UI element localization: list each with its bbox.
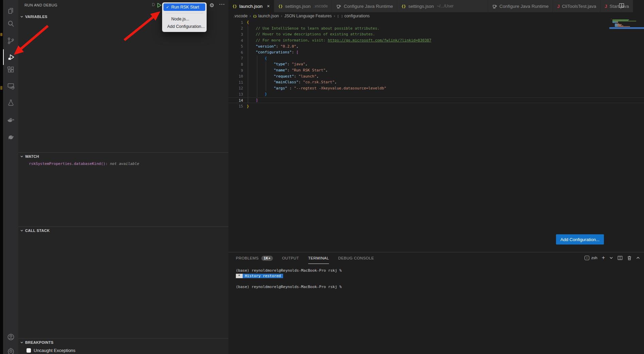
code-line-5[interactable]: 5 "version": "0.2.0", (228, 43, 644, 49)
launch-profile-chevron-down-icon[interactable] (609, 256, 613, 260)
activity-bar-item-docker[interactable] (3, 112, 18, 128)
editor-tab-configure-java-runtime[interactable]: Configure Java Runtime (332, 0, 397, 12)
tab-detail: .vscode (314, 4, 328, 9)
sidebar-title: RUN AND DEBUG (24, 3, 57, 7)
run-and-debug-sidebar: RUN AND DEBUG D ⚙ ⋯ VARIABLES WATCH rskS… (18, 0, 228, 354)
line-content: "name": "Run RSK Start", (247, 68, 328, 72)
accounts-icon (7, 333, 15, 341)
tab-label: settings.json (285, 4, 311, 9)
json-file-icon: {} (232, 4, 237, 9)
java-file-icon: J (605, 4, 607, 9)
panel-tab-problems[interactable]: PROBLEMS1K+ (236, 252, 273, 264)
menu-item-label: Add Configuration... (167, 24, 205, 29)
uncaught-exceptions-checkbox[interactable] (27, 348, 31, 353)
editor-tab-configure-java-runtime[interactable]: Configure Java Runtime (488, 0, 553, 12)
code-line-2[interactable]: 2 // Use IntelliSense to learn about pos… (228, 26, 644, 32)
activity-bar-item-extensions[interactable] (3, 62, 18, 78)
activity-bar-item-accounts[interactable] (3, 329, 18, 345)
editor-tab-clitoolstest-java[interactable]: JCliToolsTest.java (553, 0, 601, 12)
code-line-12[interactable]: 12 "args" : "--regtest -Xkeyvalue.dataso… (228, 85, 644, 91)
editor-tab-launch-json[interactable]: {}launch.json× (228, 0, 274, 12)
breadcrumb: .vscode›{}launch.json›JSON Language Feat… (233, 13, 370, 19)
panel-tab-label: TERMINAL (308, 256, 329, 260)
code-view[interactable]: 1{2 // Use IntelliSense to learn about p… (228, 19, 644, 109)
split-editor-icon[interactable] (619, 3, 624, 10)
panel-tab-label: PROBLEMS (236, 256, 259, 260)
menu-item-add-configuration[interactable]: Add Configuration... (163, 23, 205, 30)
breakpoints-section-header[interactable]: BREAKPOINTS (18, 339, 228, 346)
breakpoint-row: Uncaught Exceptions (27, 348, 228, 353)
line-content: // Use IntelliSense to learn about possi… (247, 26, 380, 31)
code-line-9[interactable]: 9 "name": "Run RSK Start", (228, 67, 644, 73)
editor-tab-settings-json[interactable]: {}settings.json~/.../User (397, 0, 488, 12)
terminal-instance-item[interactable]: > zsh (585, 256, 597, 260)
debug-config-partial-label: D (152, 2, 155, 7)
activity-bar-item-search[interactable] (3, 16, 18, 32)
editor-tab-bar: {}launch.json×{}settings.json.vscodeConf… (228, 0, 644, 12)
activity-bar-item-remote-explorer[interactable] (3, 78, 18, 94)
maximize-panel-chevron-up-icon[interactable] (636, 256, 640, 260)
activity-bar-item-testing[interactable] (3, 95, 18, 111)
code-line-13[interactable]: 13 } (228, 91, 644, 97)
activity-bar (3, 0, 18, 354)
watch-section: WATCH rskSystemProperties.databaseKind()… (18, 152, 228, 166)
code-line-8[interactable]: 8 "type": "java", (228, 61, 644, 67)
terminal-output[interactable]: (base) reynoldmorel@Reynolds-MacBook-Pro… (236, 268, 342, 290)
code-line-15[interactable]: 15} (228, 103, 644, 109)
editor-tab-start-java[interactable]: JStart.java (601, 0, 633, 12)
code-line-4[interactable]: 4 // For more information, visit: https:… (228, 37, 644, 44)
chevron-down-icon (20, 15, 23, 18)
code-line-11[interactable]: 11 "mainClass": "co.rsk.Start", (228, 79, 644, 85)
breadcrumb-item-configurations[interactable]: [ ]configurations (337, 14, 370, 18)
line-content: "configurations": [ (247, 50, 298, 54)
panel-tab-label: DEBUG CONSOLE (338, 256, 374, 260)
json-file-icon: {} (253, 14, 257, 18)
checkmark-icon: ✓ (166, 5, 170, 10)
watch-expression-row[interactable]: rskSystemProperties.databaseKind(): not … (29, 162, 228, 166)
add-configuration-button[interactable]: Add Configuration... (556, 234, 604, 245)
breadcrumb-item-json-language-features[interactable]: JSON Language Features (284, 14, 332, 18)
line-number: 1 (228, 20, 243, 24)
tab-label: Configure Java Runtime (344, 4, 393, 9)
gradle-icon (7, 133, 15, 141)
views-more-actions-icon[interactable]: ⋯ (219, 1, 225, 8)
breadcrumb-item--vscode[interactable]: .vscode (233, 14, 247, 18)
line-content: "mainClass": "co.rsk.Start", (247, 80, 337, 84)
line-number: 3 (228, 32, 243, 36)
kill-terminal-trash-icon[interactable] (627, 255, 632, 260)
line-content: "request": "launch", (247, 74, 319, 79)
split-terminal-icon[interactable] (617, 255, 623, 260)
code-line-7[interactable]: 7 { (228, 55, 644, 62)
new-terminal-icon[interactable]: + (602, 255, 605, 260)
menu-item-node-js[interactable]: Node.js... (163, 15, 205, 23)
code-line-3[interactable]: 3 // Hover to view descriptions of exist… (228, 31, 644, 37)
breadcrumb-separator: › (281, 14, 282, 18)
line-number: 4 (228, 38, 243, 43)
breadcrumb-label: launch.json (258, 14, 279, 18)
activity-bar-item-gradle[interactable] (3, 129, 18, 145)
code-line-6[interactable]: 6 "configurations": [ (228, 49, 644, 55)
breadcrumb-item-launch-json[interactable]: {}launch.json (253, 14, 279, 18)
panel-tab-label: OUTPUT (282, 256, 299, 260)
line-number: 7 (228, 56, 243, 60)
watch-section-header[interactable]: WATCH (18, 153, 228, 160)
panel-tab-terminal[interactable]: TERMINAL (308, 252, 329, 264)
menu-item-run-rsk-start[interactable]: ✓Run RSK Start (163, 3, 205, 11)
panel-tab-output[interactable]: OUTPUT (282, 252, 299, 264)
line-number: 10 (228, 74, 243, 78)
debug-configuration-menu: ✓Run RSK StartNode.js...Add Configuratio… (162, 2, 207, 32)
terminal-line: * History restored (236, 273, 342, 279)
start-debugging-button[interactable] (156, 2, 162, 10)
code-line-14[interactable]: 14 ] (228, 97, 644, 103)
code-line-10[interactable]: 10 "request": "launch", (228, 73, 644, 79)
activity-bar-item-source-control[interactable] (3, 33, 18, 49)
breadcrumb-label: .vscode (233, 14, 247, 18)
open-launch-json-gear-icon[interactable]: ⚙ (209, 2, 214, 9)
call-stack-section-header[interactable]: CALL STACK (18, 227, 228, 234)
panel-tab-debug-console[interactable]: DEBUG CONSOLE (338, 252, 374, 264)
activity-bar-item-settings[interactable] (3, 343, 18, 354)
editor-tab-settings-json[interactable]: {}settings.json.vscode (274, 0, 332, 12)
breakpoint-label: Uncaught Exceptions (34, 348, 75, 353)
code-line-1[interactable]: 1{ (228, 19, 644, 26)
close-tab-icon[interactable]: × (267, 4, 270, 9)
